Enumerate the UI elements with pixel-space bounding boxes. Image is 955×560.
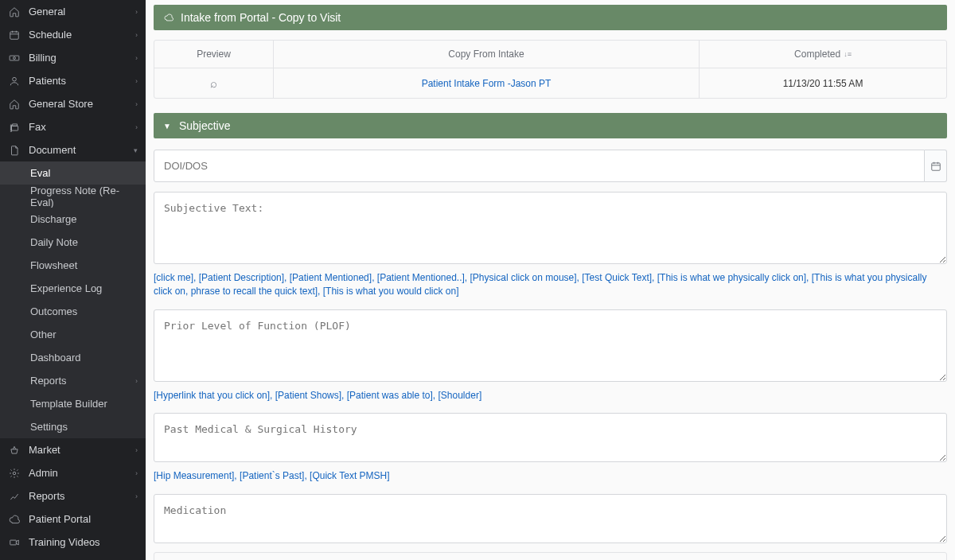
col-header-completed-label: Completed — [794, 49, 840, 60]
chevron-right-icon — [135, 492, 138, 500]
sidebar-item-label: Dashboard — [30, 352, 138, 364]
chevron-right-icon — [135, 77, 138, 85]
sidebar-item-schedule[interactable]: Schedule — [0, 23, 146, 46]
sidebar-item-label: Eval — [30, 167, 138, 179]
col-header-preview[interactable]: Preview — [154, 41, 274, 68]
sidebar-item-admin[interactable]: Admin — [0, 461, 146, 484]
sidebar-item-reports[interactable]: Reports — [0, 484, 146, 508]
sidebar-item-label: General Store — [29, 98, 135, 110]
sidebar-item-billing[interactable]: Billing — [0, 46, 146, 69]
gear-icon — [8, 467, 21, 480]
calendar-icon — [8, 29, 21, 41]
subjective-text-input[interactable] — [154, 192, 947, 264]
home-icon — [8, 98, 21, 111]
sidebar-item-label: Experience Log — [30, 282, 138, 294]
doi-dos-input[interactable] — [154, 150, 925, 182]
sidebar-item-label: Other — [30, 329, 138, 340]
sidebar-item-settings[interactable]: Settings — [0, 415, 146, 438]
basket-icon — [8, 444, 21, 457]
main: Intake from Portal - Copy to Visit Previ… — [146, 0, 955, 560]
cloud-icon — [163, 13, 174, 22]
sidebar-item-label: Reports — [30, 375, 135, 387]
svg-rect-4 — [12, 126, 18, 130]
chevron-right-icon — [135, 54, 138, 62]
preview-cell[interactable] — [154, 68, 274, 98]
sidebar-item-patients[interactable]: Patients — [0, 69, 146, 92]
sidebar-item-label: Billing — [29, 52, 135, 64]
sidebar-item-experience-log[interactable]: Experience Log — [0, 277, 146, 300]
home-icon — [8, 6, 21, 18]
svg-point-2 — [14, 56, 16, 59]
chevron-down-icon — [134, 146, 138, 154]
sidebar-item-patient-portal[interactable]: Patient Portal — [0, 508, 146, 531]
intake-table-header: Preview Copy From Intake Completed ↓≡ — [154, 41, 946, 68]
sidebar-item-label: Outcomes — [30, 305, 138, 317]
sidebar-item-label: Schedule — [29, 29, 135, 41]
sidebar-item-label: Admin — [29, 467, 135, 479]
chevron-right-icon — [135, 31, 138, 39]
sidebar-item-label: Flowsheet — [30, 259, 138, 271]
sidebar-item-progress-note[interactable]: Progress Note (Re-Eval) — [0, 185, 146, 208]
intake-panel-title: Intake from Portal - Copy to Visit — [181, 11, 341, 24]
sidebar-item-label: Settings — [30, 421, 138, 433]
sort-desc-icon: ↓≡ — [844, 50, 852, 58]
search-icon — [210, 76, 217, 90]
sidebar-item-label: Daily Note — [30, 236, 138, 248]
sidebar-item-label: Training Videos — [29, 536, 138, 548]
chevron-right-icon — [135, 123, 138, 131]
quicklinks-subjective[interactable]: [click me], [Patient Description], [Pati… — [154, 271, 947, 298]
sidebar-item-market[interactable]: Market — [0, 438, 146, 461]
cloud-icon — [8, 513, 21, 526]
medication-input[interactable] — [154, 494, 947, 543]
sidebar-item-eval[interactable]: Eval — [0, 161, 146, 185]
sidebar-item-label: Progress Note (Re-Eval) — [30, 185, 138, 208]
user-icon — [8, 75, 21, 88]
chevron-right-icon — [135, 8, 138, 16]
pmsh-input[interactable] — [154, 413, 947, 462]
plof-input[interactable] — [154, 309, 947, 382]
col-header-completed[interactable]: Completed ↓≡ — [700, 41, 946, 68]
sidebar-item-label: Patient Portal — [29, 513, 138, 525]
sidebar-item-daily-note[interactable]: Daily Note — [0, 231, 146, 254]
intake-panel-header: Intake from Portal - Copy to Visit — [154, 5, 947, 30]
cash-icon — [8, 52, 21, 64]
sidebar-item-label: Fax — [29, 121, 135, 133]
sidebar-item-label: Market — [29, 444, 135, 456]
sidebar-item-reports-sub[interactable]: Reports — [0, 369, 146, 392]
sidebar-item-document[interactable]: Document — [0, 138, 146, 161]
sidebar-item-dashboard[interactable]: Dashboard — [0, 346, 146, 369]
fax-icon — [8, 121, 21, 134]
document-icon — [8, 144, 21, 157]
sidebar-item-label: Reports — [29, 490, 135, 502]
sidebar-item-general[interactable]: General — [0, 0, 146, 23]
intake-form-link[interactable]: Patient Intake Form -Jason PT — [422, 78, 552, 89]
sidebar-item-flowsheet[interactable]: Flowsheet — [0, 254, 146, 277]
col-header-copyfrom[interactable]: Copy From Intake — [274, 41, 700, 68]
intake-table: Preview Copy From Intake Completed ↓≡ Pa… — [154, 40, 947, 99]
sidebar-item-label: Discharge — [30, 213, 138, 225]
sidebar-item-label: Document — [29, 144, 134, 156]
quicklinks-plof[interactable]: [Hyperlink that you click on], [Patient … — [154, 389, 947, 402]
svg-rect-5 — [10, 125, 11, 131]
sidebar-item-outcomes[interactable]: Outcomes — [0, 300, 146, 323]
sidebar: General Schedule Billing Patients Genera… — [0, 0, 146, 560]
sidebar-item-discharge[interactable]: Discharge — [0, 208, 146, 231]
sidebar-item-template-builder[interactable]: Template Builder — [0, 392, 146, 415]
svg-point-3 — [13, 77, 17, 81]
svg-rect-1 — [10, 56, 19, 60]
sidebar-item-label: Patients — [29, 75, 135, 87]
quicklinks-pmsh[interactable]: [Hip Measurement], [Patient`s Past], [Qu… — [154, 469, 947, 483]
sidebar-item-other[interactable]: Other — [0, 323, 146, 346]
completed-cell: 11/13/20 11:55 AM — [700, 68, 946, 98]
subjective-form: [click me], [Patient Description], [Pati… — [154, 138, 947, 560]
svg-rect-8 — [931, 162, 940, 169]
collapse-toggle-icon[interactable]: ▼ — [163, 122, 171, 130]
sidebar-item-training-videos[interactable]: Training Videos — [0, 531, 146, 554]
chevron-right-icon — [135, 377, 138, 385]
sidebar-item-label: Template Builder — [30, 398, 138, 410]
sidebar-item-fax[interactable]: Fax — [0, 115, 146, 138]
chart-icon — [8, 490, 21, 503]
svg-point-6 — [13, 472, 16, 475]
sidebar-item-general-store[interactable]: General Store — [0, 92, 146, 115]
calendar-button[interactable] — [925, 150, 947, 182]
